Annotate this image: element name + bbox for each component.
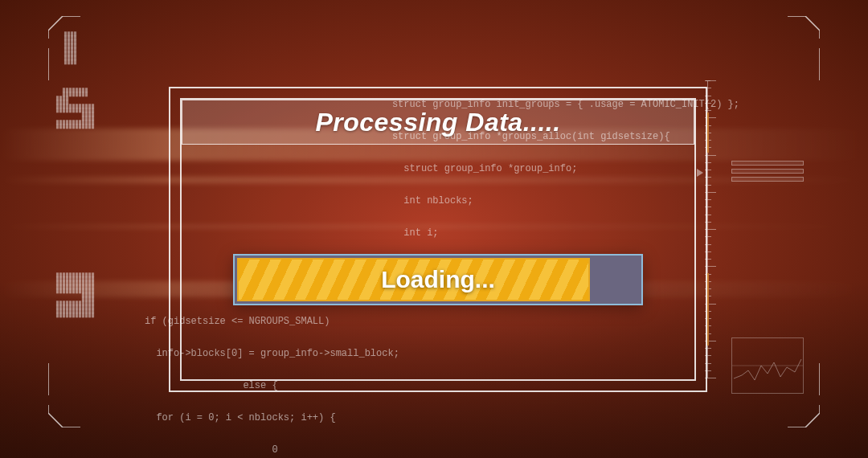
hud-corner-top-left-icon [48,16,96,80]
hud-ruler-tick [705,80,716,81]
hud-dot-glyph: ████ ████ ████ ████ ████ ████ ████ ████ [64,32,77,64]
hud-bar [731,161,804,166]
hud-bar [731,169,804,174]
dialog-title-bar: Processing Data..... [182,100,694,145]
hud-dot-glyph: ████████ ████████ ████ ████ ████████████… [56,88,95,129]
loading-progress-bar: Loading... [233,254,643,305]
dialog-title: Processing Data..... [315,108,560,137]
hud-corner-top-right-icon [772,16,820,80]
progress-label: Loading... [235,256,641,304]
processing-dialog: Processing Data..... Loading... [169,87,707,392]
